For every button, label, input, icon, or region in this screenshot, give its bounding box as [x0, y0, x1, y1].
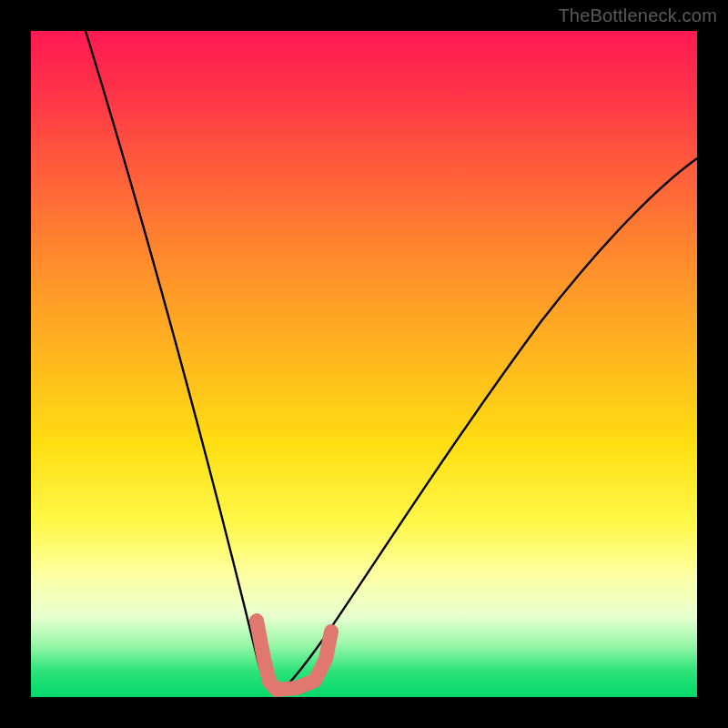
plot-area — [31, 31, 697, 697]
highlight-segment — [257, 621, 331, 690]
bottleneck-curve — [86, 31, 697, 693]
chart-frame: TheBottleneck.com — [0, 0, 728, 728]
curve-layer — [31, 31, 697, 697]
watermark-text: TheBottleneck.com — [558, 5, 717, 26]
